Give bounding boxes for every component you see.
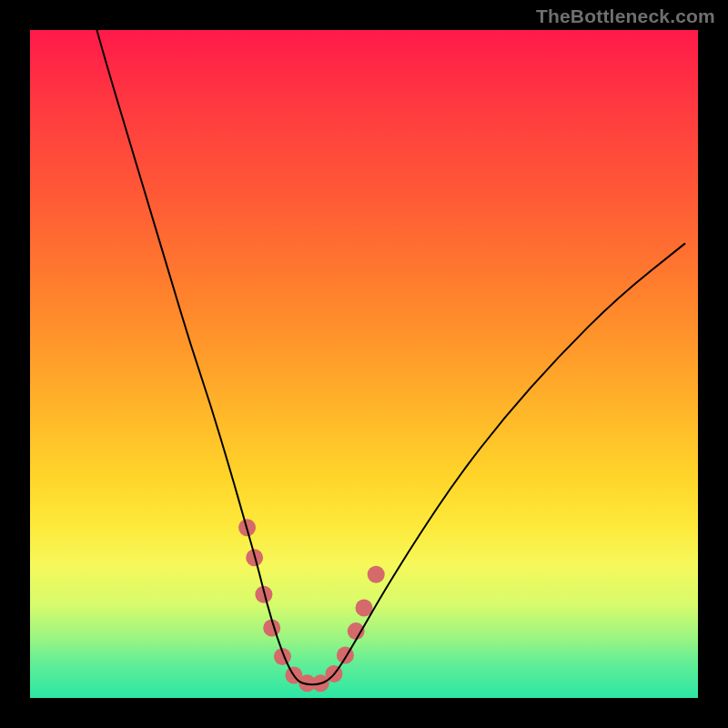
marker-layer <box>238 519 385 692</box>
chart-svg <box>30 30 698 698</box>
curve-marker <box>368 566 385 583</box>
chart-stage: TheBottleneck.com <box>0 0 728 728</box>
plot-area <box>30 30 698 698</box>
watermark-text: TheBottleneck.com <box>536 5 715 27</box>
bottleneck-curve <box>96 30 684 684</box>
